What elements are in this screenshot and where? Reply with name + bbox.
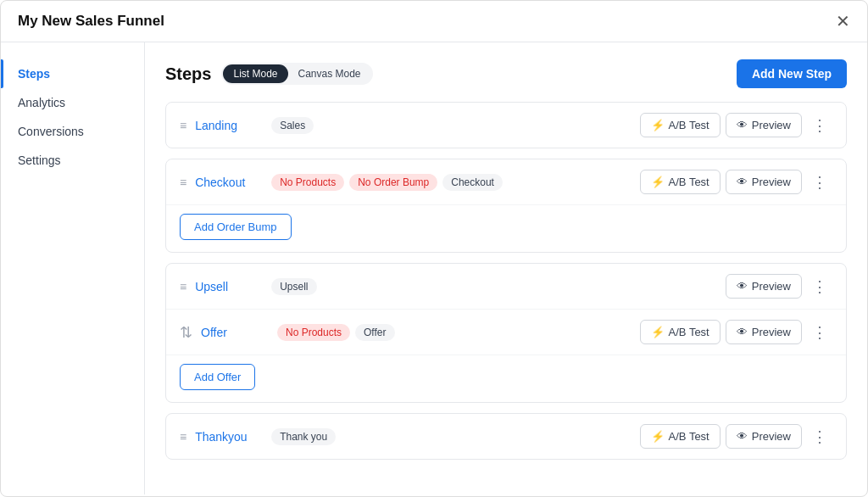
more-button-thankyou[interactable]: ⋮ — [807, 426, 832, 448]
add-order-bump-button[interactable]: Add Order Bump — [180, 214, 292, 240]
badges-upsell: Upsell — [271, 278, 717, 295]
badge-no-order-bump: No Order Bump — [349, 174, 437, 191]
step-row-thankyou: ≡ Thankyou Thank you ⚡ A/B Test 👁 Previe… — [166, 414, 846, 459]
preview-button-offer[interactable]: 👁 Preview — [726, 320, 802, 344]
ab-icon: ⚡ — [651, 430, 665, 443]
preview-button-thankyou[interactable]: 👁 Preview — [726, 424, 802, 449]
preview-label: Preview — [752, 280, 791, 293]
badges-landing: Sales — [271, 117, 631, 134]
badge-sales: Sales — [271, 117, 314, 134]
badge-offer: Offer — [355, 324, 394, 341]
step-card-thankyou: ≡ Thankyou Thank you ⚡ A/B Test 👁 Previe… — [165, 413, 847, 460]
add-new-step-button[interactable]: Add New Step — [737, 59, 847, 88]
sidebar-item-conversions[interactable]: Conversions — [1, 117, 144, 146]
badges-offer: No Products Offer — [277, 324, 632, 341]
ab-label: A/B Test — [669, 326, 709, 338]
steps-header: Steps List Mode Canvas Mode Add New Step — [165, 59, 847, 88]
sidebar-item-settings[interactable]: Settings — [1, 146, 144, 175]
step-card-upsell: ≡ Upsell Upsell 👁 Preview ⋮ ⇅ Offer No P — [165, 263, 847, 403]
ab-label: A/B Test — [669, 176, 709, 188]
preview-label: Preview — [752, 119, 791, 131]
ab-label: A/B Test — [669, 119, 709, 131]
preview-button-upsell[interactable]: 👁 Preview — [726, 274, 802, 299]
preview-icon: 👁 — [737, 430, 748, 443]
more-button-landing[interactable]: ⋮ — [807, 114, 832, 137]
preview-icon: 👁 — [737, 280, 748, 293]
more-button-upsell[interactable]: ⋮ — [807, 276, 832, 298]
layout: Steps Analytics Conversions Settings Ste… — [1, 42, 867, 494]
step-row-offer: ⇅ Offer No Products Offer ⚡ A/B Test 👁 P… — [166, 309, 846, 355]
step-name-checkout[interactable]: Checkout — [195, 176, 263, 189]
list-mode-button[interactable]: List Mode — [223, 64, 287, 83]
steps-title: Steps — [165, 64, 211, 84]
sidebar-item-analytics[interactable]: Analytics — [1, 88, 144, 117]
canvas-mode-button[interactable]: Canvas Mode — [288, 64, 371, 83]
step-actions-checkout: ⚡ A/B Test 👁 Preview ⋮ — [640, 170, 832, 194]
close-button[interactable]: ✕ — [836, 13, 850, 30]
drag-icon: ≡ — [180, 280, 186, 293]
preview-label: Preview — [752, 430, 791, 443]
preview-icon: 👁 — [737, 176, 748, 188]
step-actions-offer: ⚡ A/B Test 👁 Preview ⋮ — [640, 320, 832, 344]
step-name-thankyou[interactable]: Thankyou — [195, 430, 263, 444]
more-button-offer[interactable]: ⋮ — [807, 321, 832, 343]
badge-no-products-offer: No Products — [277, 324, 350, 341]
ab-test-button-offer[interactable]: ⚡ A/B Test — [640, 320, 721, 344]
add-offer-button[interactable]: Add Offer — [180, 364, 255, 390]
ab-test-button-checkout[interactable]: ⚡ A/B Test — [640, 170, 721, 194]
step-name-offer[interactable]: Offer — [201, 326, 269, 339]
badges-thankyou: Thank you — [271, 428, 631, 445]
ab-icon: ⚡ — [651, 176, 665, 188]
sort-icon: ⇅ — [180, 323, 192, 342]
ab-test-button-thankyou[interactable]: ⚡ A/B Test — [640, 424, 721, 449]
checkout-footer: Add Order Bump — [166, 204, 846, 252]
ab-label: A/B Test — [669, 430, 709, 443]
badge-no-products-checkout: No Products — [271, 174, 344, 191]
step-row-checkout: ≡ Checkout No Products No Order Bump Che… — [166, 159, 846, 204]
preview-button-landing[interactable]: 👁 Preview — [726, 113, 802, 137]
ab-icon: ⚡ — [651, 119, 665, 131]
ab-icon: ⚡ — [651, 326, 665, 338]
step-row-upsell: ≡ Upsell Upsell 👁 Preview ⋮ — [166, 264, 846, 309]
steps-title-row: Steps List Mode Canvas Mode — [165, 63, 373, 85]
main-content: Steps List Mode Canvas Mode Add New Step… — [145, 42, 867, 494]
step-actions-upsell: 👁 Preview ⋮ — [726, 274, 832, 299]
step-actions-thankyou: ⚡ A/B Test 👁 Preview ⋮ — [640, 424, 832, 449]
page-title: My New Sales Funnel — [18, 13, 164, 30]
header: My New Sales Funnel ✕ — [1, 1, 867, 42]
badge-thank-you: Thank you — [271, 428, 336, 445]
drag-icon: ≡ — [180, 176, 186, 189]
step-card-landing: ≡ Landing Sales ⚡ A/B Test 👁 Preview ⋮ — [165, 102, 847, 148]
badge-upsell: Upsell — [271, 278, 316, 295]
ab-test-button-landing[interactable]: ⚡ A/B Test — [640, 113, 721, 137]
preview-label: Preview — [752, 326, 791, 338]
step-card-checkout: ≡ Checkout No Products No Order Bump Che… — [165, 159, 847, 253]
step-name-upsell[interactable]: Upsell — [195, 280, 263, 293]
badges-checkout: No Products No Order Bump Checkout — [271, 174, 631, 191]
step-name-landing[interactable]: Landing — [195, 119, 263, 132]
upsell-footer: Add Offer — [166, 355, 846, 402]
drag-icon: ≡ — [180, 430, 186, 444]
drag-icon: ≡ — [180, 119, 186, 132]
preview-icon: 👁 — [737, 326, 748, 338]
preview-icon: 👁 — [737, 119, 748, 131]
preview-button-checkout[interactable]: 👁 Preview — [726, 170, 802, 194]
preview-label: Preview — [752, 176, 791, 188]
badge-checkout: Checkout — [442, 174, 503, 191]
sidebar: Steps Analytics Conversions Settings — [1, 42, 145, 494]
mode-toggle: List Mode Canvas Mode — [221, 63, 372, 85]
more-button-checkout[interactable]: ⋮ — [807, 171, 832, 193]
sidebar-item-steps[interactable]: Steps — [1, 59, 144, 88]
step-row-landing: ≡ Landing Sales ⚡ A/B Test 👁 Preview ⋮ — [166, 103, 846, 148]
step-actions-landing: ⚡ A/B Test 👁 Preview ⋮ — [640, 113, 832, 137]
